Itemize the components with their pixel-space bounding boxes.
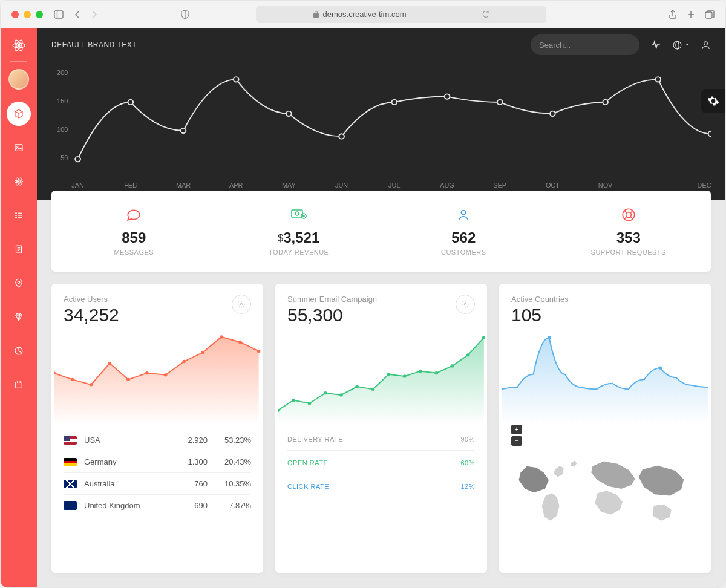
stats-bar: 859 MESSAGES $3,521 TODAY REVENUE 562 CU… — [51, 191, 711, 272]
search-box[interactable] — [531, 34, 639, 55]
gear-icon[interactable] — [232, 295, 251, 314]
svg-text:APR: APR — [229, 181, 243, 189]
rate-row: DELIVERY RATE90% — [287, 427, 475, 450]
svg-point-96 — [434, 371, 438, 374]
money-icon — [290, 207, 307, 222]
world-map[interactable] — [499, 451, 711, 546]
stat-messages-value: 859 — [51, 229, 217, 246]
stat-support-label: SUPPORT REQUESTS — [546, 249, 711, 256]
svg-text:100: 100 — [57, 126, 68, 133]
minimize-window-button[interactable] — [24, 11, 31, 18]
zoom-in-button[interactable]: + — [511, 425, 522, 434]
svg-point-87 — [292, 399, 295, 402]
country-table: USA2.92053.23% Germany1.30020.43% Austra… — [51, 425, 263, 516]
svg-rect-0 — [54, 11, 63, 18]
user-icon — [457, 207, 470, 223]
svg-point-49 — [75, 157, 80, 162]
sidebar-item-calendar[interactable] — [7, 373, 31, 397]
url-text: demos.creative-tim.com — [323, 10, 407, 19]
svg-point-85 — [464, 303, 466, 305]
svg-point-53 — [286, 111, 292, 116]
map-zoom-controls: + − — [499, 425, 711, 446]
svg-point-72 — [240, 303, 243, 305]
sidebar-toggle-icon[interactable] — [54, 10, 64, 19]
svg-point-58 — [550, 111, 555, 116]
tabs-icon[interactable] — [705, 10, 715, 19]
svg-point-32 — [704, 41, 708, 45]
svg-point-57 — [497, 100, 503, 105]
activity-icon[interactable] — [650, 39, 661, 50]
svg-text:OCT: OCT — [546, 181, 560, 189]
svg-point-88 — [308, 402, 312, 405]
avatar[interactable] — [8, 69, 29, 90]
cards-row: Active Users 34,252 — [37, 284, 725, 587]
svg-point-90 — [339, 393, 343, 396]
svg-line-70 — [630, 217, 633, 219]
svg-point-54 — [339, 134, 344, 139]
svg-point-23 — [18, 281, 20, 284]
logo-icon[interactable] — [10, 37, 27, 54]
close-window-button[interactable] — [11, 11, 19, 18]
back-button[interactable] — [74, 10, 80, 19]
svg-point-65 — [462, 211, 466, 215]
svg-text:50: 50 — [60, 154, 68, 162]
svg-text:FEB: FEB — [124, 181, 137, 189]
table-row: USA2.92053.23% — [64, 430, 251, 451]
card-value: 34,252 — [64, 305, 119, 325]
svg-point-63 — [295, 212, 299, 215]
sidebar-item-atom[interactable] — [7, 169, 31, 194]
forward-button[interactable] — [91, 10, 97, 19]
card-active-users: Active Users 34,252 — [51, 284, 263, 573]
stat-customers: 562 CUSTOMERS — [381, 206, 546, 256]
settings-fab[interactable] — [701, 89, 725, 113]
svg-text:200: 200 — [57, 69, 68, 76]
shield-icon[interactable] — [181, 10, 189, 19]
flag-uk-icon — [64, 501, 77, 510]
svg-point-61 — [708, 131, 711, 136]
sidebar-separator — [10, 61, 27, 62]
svg-point-81 — [201, 351, 204, 354]
zoom-out-button[interactable]: − — [511, 436, 522, 446]
sidebar-item-list[interactable] — [7, 203, 31, 227]
card-value: 55,300 — [287, 305, 377, 325]
new-tab-icon[interactable] — [687, 10, 695, 19]
svg-text:SEP: SEP — [493, 181, 506, 189]
stat-messages: 859 MESSAGES — [51, 206, 217, 256]
sidebar-item-image[interactable] — [7, 136, 31, 160]
svg-point-56 — [445, 94, 450, 99]
share-icon[interactable] — [669, 10, 677, 19]
svg-text:JAN: JAN — [71, 181, 84, 189]
svg-point-80 — [183, 360, 186, 363]
user-icon[interactable] — [701, 40, 711, 50]
sidebar-item-location[interactable] — [7, 271, 31, 295]
svg-rect-25 — [16, 382, 22, 388]
address-bar[interactable]: demos.creative-tim.com — [256, 6, 546, 23]
refresh-icon[interactable] — [482, 10, 489, 19]
svg-point-83 — [238, 341, 242, 344]
globe-dropdown[interactable] — [672, 40, 690, 50]
svg-rect-7 — [15, 145, 22, 151]
svg-text:JUN: JUN — [335, 181, 348, 189]
flag-us-icon — [64, 436, 77, 445]
gear-icon[interactable] — [456, 295, 475, 314]
svg-point-67 — [626, 212, 631, 218]
card-countries: Active Countries 105 + — [499, 284, 711, 573]
window-controls — [11, 11, 43, 18]
svg-point-92 — [371, 388, 374, 391]
table-row: United Kingdom6907.87% — [64, 494, 251, 516]
svg-point-100 — [548, 336, 551, 339]
svg-point-74 — [71, 378, 74, 381]
svg-line-68 — [624, 210, 626, 212]
maximize-window-button[interactable] — [36, 11, 43, 18]
svg-text:AUG: AUG — [440, 181, 454, 189]
sidebar-item-diamond[interactable] — [7, 305, 31, 329]
card-title: Summer Email Campaign — [287, 295, 377, 304]
search-input[interactable] — [539, 41, 641, 50]
rates-list: DELIVERY RATE90% OPEN RATE60% CLICK RATE… — [275, 425, 487, 500]
svg-point-91 — [355, 385, 359, 388]
sidebar-item-chart[interactable] — [7, 339, 31, 363]
sidebar-item-box[interactable] — [7, 102, 31, 126]
svg-point-52 — [234, 77, 239, 82]
sidebar-item-document[interactable] — [7, 237, 31, 261]
svg-text:150: 150 — [57, 97, 68, 105]
